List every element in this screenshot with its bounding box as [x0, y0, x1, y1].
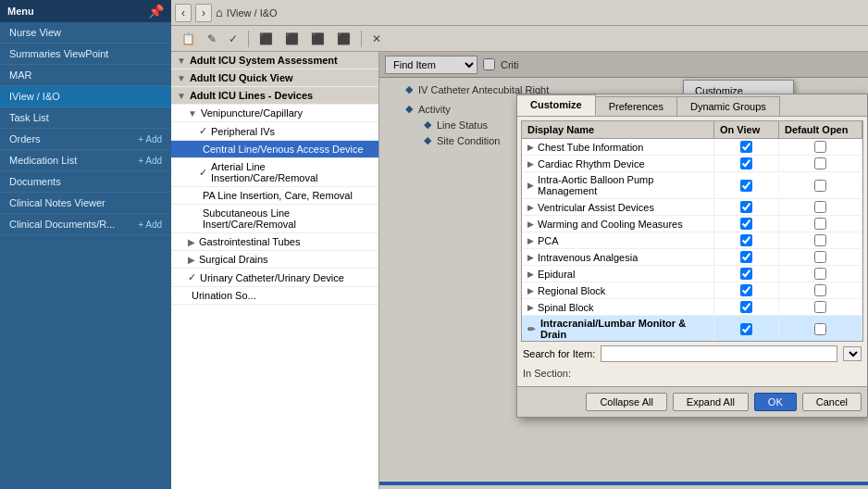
- checkbox-onview-1[interactable]: [740, 157, 752, 169]
- row-expand-7[interactable]: ▶: [527, 270, 534, 279]
- checkbox-default-5[interactable]: [814, 234, 826, 246]
- sidebar-pin-icon[interactable]: 📌: [148, 4, 164, 19]
- row-expand-6[interactable]: ▶: [527, 253, 534, 262]
- collapse-all-button[interactable]: Collapse All: [586, 393, 666, 411]
- row-cell-onview-4[interactable]: [714, 216, 779, 232]
- toolbar-btn-edit[interactable]: ✎: [203, 30, 221, 48]
- sidebar-item-clinical-docs[interactable]: Clinical Documents/R... + Add: [0, 214, 171, 235]
- forward-button[interactable]: ›: [195, 4, 212, 22]
- sidebar-item-medication-list[interactable]: Medication List + Add: [0, 150, 171, 171]
- checkbox-onview-4[interactable]: [740, 218, 752, 230]
- tree-item-urinary[interactable]: ✓ Urinary Catheter/Urinary Device: [171, 269, 378, 287]
- row-cell-onview-0[interactable]: [714, 139, 779, 155]
- row-cell-onview-1[interactable]: [714, 156, 779, 171]
- search-for-item-input[interactable]: [601, 345, 837, 362]
- row-cell-onview-6[interactable]: [714, 249, 779, 265]
- toolbar-btn-check[interactable]: ✓: [224, 30, 242, 48]
- tree-item-subcutaneous[interactable]: Subcutaneous Line Insert/Care/Removal: [171, 205, 378, 233]
- row-cell-default-8[interactable]: [779, 282, 862, 298]
- row-cell-default-0[interactable]: [779, 139, 862, 155]
- checkbox-onview-8[interactable]: [740, 284, 752, 296]
- tree-item-adult-icu-system[interactable]: ▼ Adult ICU System Assessment: [171, 52, 378, 69]
- checkbox-onview-7[interactable]: [740, 268, 752, 280]
- checkbox-default-4[interactable]: [814, 218, 826, 230]
- checkbox-default-7[interactable]: [814, 268, 826, 280]
- row-expand-2[interactable]: ▶: [527, 181, 534, 190]
- sidebar-item-mar[interactable]: MAR: [0, 65, 171, 86]
- checkbox-default-1[interactable]: [814, 157, 826, 169]
- row-expand-1[interactable]: ▶: [527, 159, 534, 169]
- sidebar-item-clinical-notes[interactable]: Clinical Notes Viewer: [0, 193, 171, 214]
- checkbox-default-10[interactable]: [814, 323, 826, 335]
- row-cell-onview-10[interactable]: [714, 321, 779, 337]
- toolbar-btn-box2[interactable]: ⬛: [280, 30, 304, 48]
- toolbar-btn-box4[interactable]: ⬛: [332, 30, 355, 48]
- row-cell-default-3[interactable]: [779, 199, 862, 215]
- checkbox-onview-0[interactable]: [740, 141, 752, 153]
- row-cell-onview-5[interactable]: [714, 232, 779, 248]
- toolbar-btn-box3[interactable]: ⬛: [306, 30, 329, 48]
- row-cell-onview-7[interactable]: [714, 266, 779, 282]
- checkbox-onview-6[interactable]: [740, 251, 752, 263]
- orders-add-btn[interactable]: + Add: [138, 134, 162, 144]
- ok-button[interactable]: OK: [754, 393, 797, 411]
- checkbox-default-0[interactable]: [814, 141, 826, 153]
- row-cell-default-7[interactable]: [779, 266, 862, 282]
- row-expand-3[interactable]: ▶: [527, 203, 534, 212]
- checkbox-default-6[interactable]: [814, 251, 826, 263]
- back-button[interactable]: ‹: [175, 4, 192, 22]
- checkbox-default-2[interactable]: [814, 180, 826, 192]
- checkbox-default-3[interactable]: [814, 201, 826, 213]
- sidebar-item-summaries[interactable]: Summaries ViewPoint: [0, 44, 171, 65]
- cancel-button[interactable]: Cancel: [802, 393, 862, 411]
- row-cell-default-5[interactable]: [779, 232, 862, 248]
- row-cell-onview-2[interactable]: [714, 178, 779, 194]
- expand-all-button[interactable]: Expand All: [673, 393, 749, 411]
- tab-customize[interactable]: Customize: [517, 94, 596, 116]
- tree-item-surgical-drains[interactable]: ▶ Surgical Drains: [171, 251, 378, 269]
- row-cell-default-6[interactable]: [779, 249, 862, 265]
- tab-dynamic-groups[interactable]: Dynamic Groups: [677, 96, 780, 116]
- tree-item-arterial-line[interactable]: ✓ Arterial Line Insertion/Care/Removal: [171, 158, 378, 187]
- row-cell-default-2[interactable]: [779, 178, 862, 194]
- tree-item-central-line[interactable]: Central Line/Venous Access Device: [171, 141, 378, 158]
- row-cell-onview-3[interactable]: [714, 199, 779, 215]
- toolbar-btn-clipboard[interactable]: 📋: [177, 30, 200, 48]
- row-cell-default-1[interactable]: [779, 156, 862, 171]
- row-expand-8[interactable]: ▶: [527, 286, 534, 295]
- row-expand-4[interactable]: ▶: [527, 219, 534, 229]
- sidebar-item-task-list[interactable]: Task List: [0, 107, 171, 129]
- tree-item-pa-line[interactable]: PA Line Insertion, Care, Removal: [171, 187, 378, 205]
- checkbox-onview-5[interactable]: [740, 234, 752, 246]
- row-cell-onview-9[interactable]: [714, 299, 779, 315]
- search-dropdown[interactable]: [843, 346, 862, 361]
- sidebar-item-iview[interactable]: IView / I&O: [0, 86, 171, 107]
- medication-add-btn[interactable]: + Add: [138, 156, 162, 166]
- checkbox-onview-2[interactable]: [740, 180, 752, 192]
- row-expand-0[interactable]: ▶: [527, 143, 534, 152]
- home-icon[interactable]: ⌂: [216, 6, 223, 19]
- checkbox-onview-3[interactable]: [740, 201, 752, 213]
- tree-item-gi-tubes[interactable]: ▶ Gastrointestinal Tubes: [171, 233, 378, 251]
- tab-preferences[interactable]: Preferences: [596, 96, 677, 116]
- tree-item-adult-icu-quick[interactable]: ▼ Adult ICU Quick View: [171, 69, 378, 87]
- checkbox-onview-10[interactable]: [740, 323, 752, 335]
- toolbar-btn-close[interactable]: ✕: [367, 30, 386, 48]
- row-cell-default-4[interactable]: [779, 216, 862, 232]
- row-cell-default-10[interactable]: [779, 321, 862, 337]
- tree-item-adult-icu-lines[interactable]: ▼ Adult ICU Lines - Devices: [171, 87, 378, 105]
- tree-item-venipuncture[interactable]: ▼ Venipuncture/Capillary: [171, 105, 378, 122]
- toolbar-btn-box1[interactable]: ⬛: [254, 30, 278, 48]
- row-cell-onview-8[interactable]: [714, 282, 779, 298]
- sidebar-item-nurse-view[interactable]: Nurse View: [0, 22, 171, 44]
- tree-item-urination[interactable]: Urination So...: [171, 287, 378, 305]
- checkbox-default-9[interactable]: [814, 301, 826, 313]
- row-expand-9[interactable]: ▶: [527, 303, 534, 312]
- checkbox-default-8[interactable]: [814, 284, 826, 296]
- clinical-docs-add-btn[interactable]: + Add: [138, 219, 162, 230]
- tree-item-peripheral-ivs[interactable]: ✓ Peripheral IVs: [171, 122, 378, 141]
- row-cell-default-9[interactable]: [779, 299, 862, 315]
- checkbox-onview-9[interactable]: [740, 301, 752, 313]
- sidebar-item-orders[interactable]: Orders + Add: [0, 129, 171, 150]
- row-expand-5[interactable]: ▶: [527, 236, 534, 245]
